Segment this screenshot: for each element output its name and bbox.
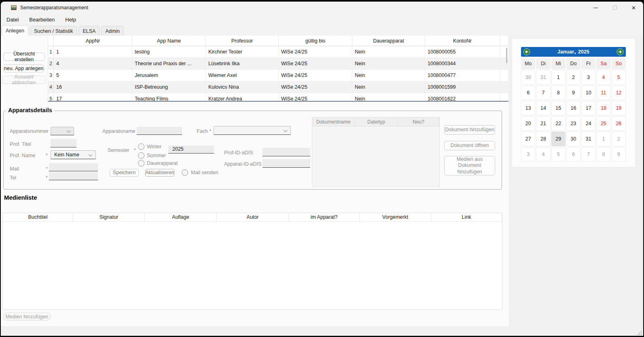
calendar-day[interactable]: 4 (536, 147, 550, 162)
calendar-day[interactable]: 16 (566, 101, 580, 115)
calendar-day[interactable]: 2 (566, 70, 580, 85)
calendar-day[interactable]: 3 (521, 147, 535, 162)
calendar-day[interactable]: 30 (521, 70, 535, 85)
dokument-oeffnen-button[interactable]: Dokument öffnen (444, 141, 495, 150)
calendar-day[interactable]: 8 (551, 85, 566, 100)
column-header-4[interactable]: Dauerapparat (352, 36, 425, 46)
minimize-button[interactable] (586, 2, 605, 14)
doc-column-header[interactable]: Dateityp (355, 117, 398, 126)
calendar-day[interactable]: 8 (596, 147, 610, 162)
menu-datei[interactable]: Datei (6, 17, 19, 23)
table-row[interactable]: 35JerusalemWiemer AxelWiSe 24/25Nein1008… (48, 70, 508, 81)
calendar-day[interactable]: 3 (581, 70, 595, 85)
tab-suchen-statistik[interactable]: Suchen / Statistik (30, 26, 77, 36)
column-header-5[interactable]: KontoNr (425, 36, 500, 46)
apparatsname-input[interactable] (137, 127, 182, 135)
media-column-header[interactable]: Buchtitel (3, 213, 73, 221)
mail-senden-checkbox[interactable] (182, 169, 188, 176)
calendar-day[interactable]: 1 (596, 132, 610, 146)
calendar-day[interactable]: 12 (612, 85, 626, 100)
calendar-next-icon[interactable] (616, 48, 624, 55)
calendar-day[interactable]: 5 (612, 70, 626, 85)
menu-help[interactable]: Help (65, 17, 76, 23)
apparatsnummer-select[interactable] (51, 127, 74, 135)
calendar-day[interactable]: 10 (581, 85, 595, 100)
aktualisieren-button[interactable]: Aktualisieren (145, 169, 174, 177)
calendar-day[interactable]: 31 (581, 132, 595, 146)
medien-aus-dokument-button[interactable]: Medien aus Dokument hinzufügen (444, 156, 495, 175)
calendar-day[interactable]: 6 (566, 147, 580, 162)
media-column-header[interactable]: Autor (217, 213, 289, 221)
prof-id-adis-input[interactable] (263, 148, 310, 156)
calendar-day[interactable]: 15 (551, 101, 566, 115)
semester-year-input[interactable]: 2025 (168, 145, 214, 154)
tab-elsa[interactable]: ELSA (78, 26, 100, 36)
mail-input[interactable] (49, 163, 98, 171)
calendar-day[interactable]: 17 (581, 101, 595, 115)
calendar-day[interactable]: 2 (612, 132, 626, 146)
prof-titel-input[interactable] (51, 139, 76, 147)
uebersicht-erstellen-button[interactable]: Übersicht erstellen (3, 53, 45, 61)
semester-winter-radio[interactable] (138, 143, 144, 150)
calendar-day[interactable]: 28 (536, 132, 550, 146)
app-icon[interactable] (11, 4, 17, 11)
media-column-header[interactable]: Signatur (73, 213, 145, 221)
calendar-day[interactable]: 30 (566, 132, 580, 146)
calendar-month-year[interactable]: Januar▾ 2025 (530, 49, 616, 55)
media-column-header[interactable]: im Apparat? (289, 213, 360, 221)
calendar-day[interactable]: 20 (521, 116, 535, 131)
table-row[interactable]: 11testingKirchner TesterWiSe 24/25Nein10… (48, 46, 508, 58)
calendar-day[interactable]: 27 (521, 132, 535, 146)
media-column-header[interactable]: Auflage (145, 213, 217, 221)
tab-admin[interactable]: Admin (101, 26, 123, 36)
maximize-button[interactable] (605, 2, 624, 14)
calendar-day[interactable]: 9 (612, 147, 626, 162)
menu-bearbeiten[interactable]: Bearbeiten (29, 17, 55, 23)
calendar-day[interactable]: 23 (566, 116, 580, 131)
calendar-day[interactable]: 11 (596, 85, 610, 100)
speichern-button[interactable]: Speichern (110, 169, 139, 177)
calendar-prev-icon[interactable] (523, 48, 530, 55)
calendar-day[interactable]: 26 (612, 116, 626, 131)
column-header-0[interactable]: AppNr (54, 36, 132, 46)
calendar-day[interactable]: 24 (581, 116, 595, 131)
media-column-header[interactable]: Vorgemerkt (360, 213, 431, 221)
dauerapparat-radio[interactable] (138, 160, 144, 166)
column-header-2[interactable]: Professor (206, 36, 279, 46)
doc-column-header[interactable]: Dokumentname (312, 117, 355, 126)
semester-sommer-radio[interactable] (138, 152, 144, 159)
column-header-3[interactable]: gültig bis (279, 36, 352, 46)
column-header-1[interactable]: App Name (132, 36, 206, 46)
doc-column-header[interactable]: Neu? (398, 117, 439, 126)
table-row[interactable]: 416ISP-BetreuungKulovics NinaWiSe 24/25N… (48, 81, 508, 93)
calendar-day[interactable]: 4 (596, 70, 610, 85)
tab-anlegen[interactable]: Anlegen (2, 25, 28, 36)
table-row[interactable]: 517Teaching FilmsKratzer AndreaWiSe 24/2… (48, 93, 508, 102)
calendar-day[interactable]: 5 (551, 147, 566, 162)
calendar-day[interactable]: 1 (551, 70, 566, 85)
prof-name-select[interactable]: Kein Name (51, 150, 96, 159)
calendar-day[interactable]: 21 (536, 116, 550, 131)
calendar-day[interactable]: 31 (536, 70, 550, 85)
calendar-day[interactable]: 9 (566, 85, 580, 100)
apparat-id-adis-input[interactable] (263, 159, 310, 168)
table-row[interactable]: 24Theorie und Praxis der ...Lüsebrink Il… (48, 58, 508, 70)
calendar-day[interactable]: 25 (596, 116, 610, 131)
tel-input[interactable] (49, 172, 98, 180)
calendar-day[interactable]: 7 (536, 85, 550, 100)
resize-grip[interactable] (637, 330, 642, 335)
medien-hinzufuegen-button[interactable]: Medien hinzufügen (3, 313, 51, 320)
dokument-hinzufuegen-button[interactable]: Dokument hinzufügen (444, 125, 495, 134)
calendar-day[interactable]: 18 (596, 101, 610, 115)
apps-table-scrollbar[interactable] (506, 48, 507, 63)
calendar-day[interactable]: 19 (612, 101, 626, 115)
media-column-header[interactable]: Link (431, 213, 502, 221)
close-button[interactable]: ✕ (624, 2, 643, 14)
auswahl-abbrechen-button[interactable]: Auswahl abbrechen (2, 76, 46, 84)
calendar-day[interactable]: 13 (521, 101, 535, 115)
calendar-day[interactable]: 6 (521, 85, 535, 100)
calendar-day[interactable]: 14 (536, 101, 550, 115)
calendar-day-selected[interactable]: 29 (551, 132, 566, 146)
calendar-day[interactable]: 7 (581, 147, 595, 162)
neu-app-anlegen-button[interactable]: neu. App anlegen (3, 64, 44, 73)
